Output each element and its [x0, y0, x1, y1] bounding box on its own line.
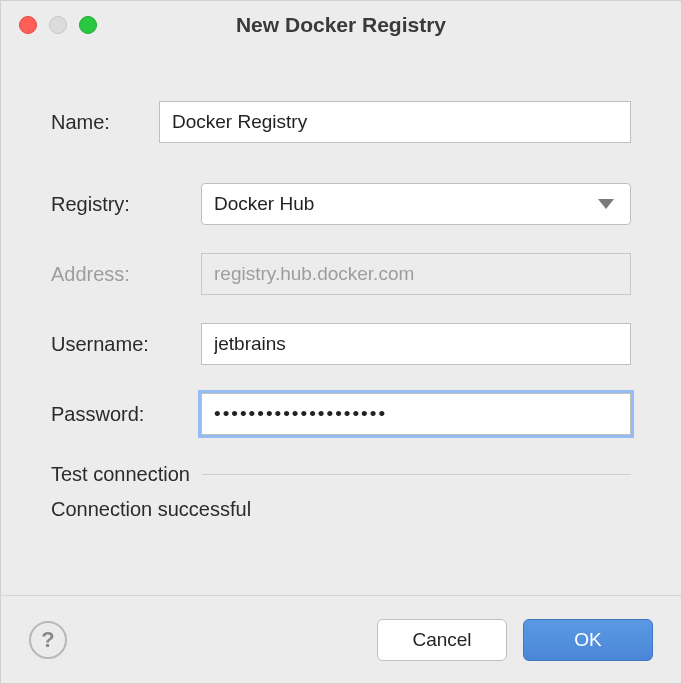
password-label: Password: [51, 403, 201, 426]
address-value: registry.hub.docker.com [214, 263, 414, 285]
help-button[interactable]: ? [29, 621, 67, 659]
address-label: Address: [51, 263, 201, 286]
minimize-icon [49, 16, 67, 34]
cancel-button[interactable]: Cancel [377, 619, 507, 661]
username-label: Username: [51, 333, 201, 356]
chevron-down-icon [598, 199, 614, 209]
dialog-title: New Docker Registry [1, 13, 681, 37]
connection-status: Connection successful [51, 498, 631, 521]
password-input[interactable] [201, 393, 631, 435]
ok-button[interactable]: OK [523, 619, 653, 661]
traffic-lights [19, 16, 97, 34]
test-connection-link[interactable]: Test connection [51, 463, 190, 486]
help-icon: ? [41, 627, 54, 653]
zoom-icon[interactable] [79, 16, 97, 34]
row-password: Password: [51, 393, 631, 435]
registry-select[interactable]: Docker Hub [201, 183, 631, 225]
registry-select-value: Docker Hub [214, 193, 314, 215]
row-address: Address: registry.hub.docker.com [51, 253, 631, 295]
dialog-content: Name: Registry: Docker Hub Address: regi [1, 49, 681, 595]
divider [202, 474, 631, 475]
address-input: registry.hub.docker.com [201, 253, 631, 295]
dialog-footer: ? Cancel OK [1, 595, 681, 683]
registry-label: Registry: [51, 193, 201, 216]
row-registry: Registry: Docker Hub [51, 183, 631, 225]
dialog-window: New Docker Registry Name: Registry: Dock… [0, 0, 682, 684]
test-section: Test connection Connection successful [51, 463, 631, 521]
svg-marker-0 [598, 199, 614, 209]
name-input[interactable] [159, 101, 631, 143]
close-icon[interactable] [19, 16, 37, 34]
row-name: Name: [51, 101, 631, 143]
titlebar: New Docker Registry [1, 1, 681, 49]
row-username: Username: [51, 323, 631, 365]
username-input[interactable] [201, 323, 631, 365]
